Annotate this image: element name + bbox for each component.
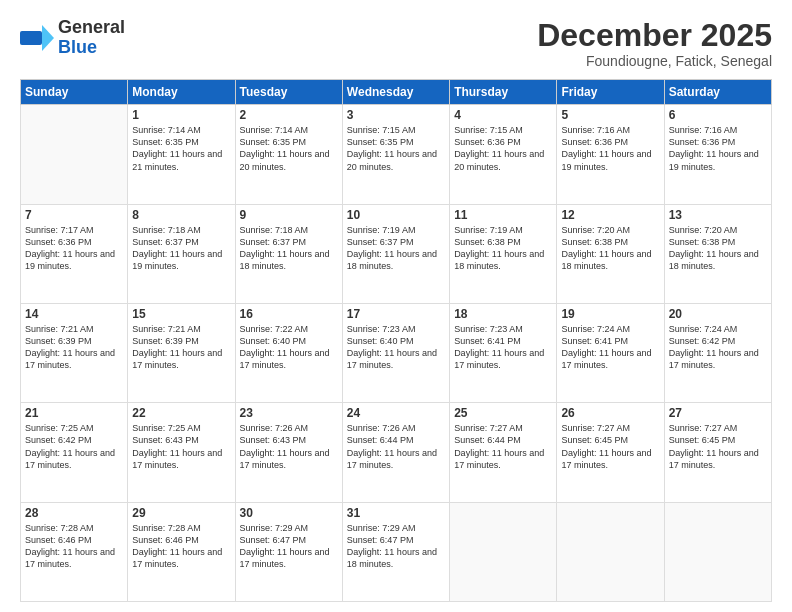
calendar-cell xyxy=(450,502,557,601)
calendar-table: Sunday Monday Tuesday Wednesday Thursday… xyxy=(20,79,772,602)
day-number: 27 xyxy=(669,406,767,420)
week-row-3: 21Sunrise: 7:25 AM Sunset: 6:42 PM Dayli… xyxy=(21,403,772,502)
day-info: Sunrise: 7:24 AM Sunset: 6:41 PM Dayligh… xyxy=(561,323,659,372)
day-number: 11 xyxy=(454,208,552,222)
day-info: Sunrise: 7:29 AM Sunset: 6:47 PM Dayligh… xyxy=(347,522,445,571)
col-monday: Monday xyxy=(128,80,235,105)
calendar-cell xyxy=(557,502,664,601)
calendar-cell: 4Sunrise: 7:15 AM Sunset: 6:36 PM Daylig… xyxy=(450,105,557,204)
day-info: Sunrise: 7:27 AM Sunset: 6:44 PM Dayligh… xyxy=(454,422,552,471)
day-number: 5 xyxy=(561,108,659,122)
day-info: Sunrise: 7:17 AM Sunset: 6:36 PM Dayligh… xyxy=(25,224,123,273)
day-info: Sunrise: 7:19 AM Sunset: 6:38 PM Dayligh… xyxy=(454,224,552,273)
week-row-0: 1Sunrise: 7:14 AM Sunset: 6:35 PM Daylig… xyxy=(21,105,772,204)
day-number: 18 xyxy=(454,307,552,321)
calendar-cell: 21Sunrise: 7:25 AM Sunset: 6:42 PM Dayli… xyxy=(21,403,128,502)
calendar-cell: 30Sunrise: 7:29 AM Sunset: 6:47 PM Dayli… xyxy=(235,502,342,601)
day-number: 26 xyxy=(561,406,659,420)
calendar-header-row: Sunday Monday Tuesday Wednesday Thursday… xyxy=(21,80,772,105)
calendar-cell: 11Sunrise: 7:19 AM Sunset: 6:38 PM Dayli… xyxy=(450,204,557,303)
day-info: Sunrise: 7:15 AM Sunset: 6:36 PM Dayligh… xyxy=(454,124,552,173)
day-number: 15 xyxy=(132,307,230,321)
day-info: Sunrise: 7:14 AM Sunset: 6:35 PM Dayligh… xyxy=(240,124,338,173)
svg-rect-0 xyxy=(20,31,42,45)
day-number: 13 xyxy=(669,208,767,222)
calendar-cell: 12Sunrise: 7:20 AM Sunset: 6:38 PM Dayli… xyxy=(557,204,664,303)
col-thursday: Thursday xyxy=(450,80,557,105)
week-row-4: 28Sunrise: 7:28 AM Sunset: 6:46 PM Dayli… xyxy=(21,502,772,601)
calendar-cell: 9Sunrise: 7:18 AM Sunset: 6:37 PM Daylig… xyxy=(235,204,342,303)
day-number: 7 xyxy=(25,208,123,222)
day-number: 23 xyxy=(240,406,338,420)
day-number: 24 xyxy=(347,406,445,420)
calendar-cell: 23Sunrise: 7:26 AM Sunset: 6:43 PM Dayli… xyxy=(235,403,342,502)
day-number: 31 xyxy=(347,506,445,520)
col-wednesday: Wednesday xyxy=(342,80,449,105)
location: Foundiougne, Fatick, Senegal xyxy=(537,53,772,69)
day-info: Sunrise: 7:19 AM Sunset: 6:37 PM Dayligh… xyxy=(347,224,445,273)
day-number: 17 xyxy=(347,307,445,321)
day-number: 12 xyxy=(561,208,659,222)
day-info: Sunrise: 7:15 AM Sunset: 6:35 PM Dayligh… xyxy=(347,124,445,173)
calendar-cell: 31Sunrise: 7:29 AM Sunset: 6:47 PM Dayli… xyxy=(342,502,449,601)
day-info: Sunrise: 7:25 AM Sunset: 6:43 PM Dayligh… xyxy=(132,422,230,471)
day-number: 30 xyxy=(240,506,338,520)
day-number: 6 xyxy=(669,108,767,122)
calendar-cell: 24Sunrise: 7:26 AM Sunset: 6:44 PM Dayli… xyxy=(342,403,449,502)
calendar-cell: 5Sunrise: 7:16 AM Sunset: 6:36 PM Daylig… xyxy=(557,105,664,204)
day-info: Sunrise: 7:29 AM Sunset: 6:47 PM Dayligh… xyxy=(240,522,338,571)
day-info: Sunrise: 7:21 AM Sunset: 6:39 PM Dayligh… xyxy=(132,323,230,372)
day-number: 1 xyxy=(132,108,230,122)
day-info: Sunrise: 7:27 AM Sunset: 6:45 PM Dayligh… xyxy=(561,422,659,471)
day-number: 25 xyxy=(454,406,552,420)
day-info: Sunrise: 7:16 AM Sunset: 6:36 PM Dayligh… xyxy=(561,124,659,173)
day-info: Sunrise: 7:18 AM Sunset: 6:37 PM Dayligh… xyxy=(240,224,338,273)
col-saturday: Saturday xyxy=(664,80,771,105)
day-number: 3 xyxy=(347,108,445,122)
header: General Blue December 2025 Foundiougne, … xyxy=(20,18,772,69)
logo: General Blue xyxy=(20,18,125,58)
day-number: 22 xyxy=(132,406,230,420)
day-number: 28 xyxy=(25,506,123,520)
day-info: Sunrise: 7:23 AM Sunset: 6:40 PM Dayligh… xyxy=(347,323,445,372)
week-row-2: 14Sunrise: 7:21 AM Sunset: 6:39 PM Dayli… xyxy=(21,303,772,402)
calendar-cell: 28Sunrise: 7:28 AM Sunset: 6:46 PM Dayli… xyxy=(21,502,128,601)
day-info: Sunrise: 7:14 AM Sunset: 6:35 PM Dayligh… xyxy=(132,124,230,173)
day-number: 10 xyxy=(347,208,445,222)
day-info: Sunrise: 7:21 AM Sunset: 6:39 PM Dayligh… xyxy=(25,323,123,372)
calendar-cell: 29Sunrise: 7:28 AM Sunset: 6:46 PM Dayli… xyxy=(128,502,235,601)
calendar-cell xyxy=(664,502,771,601)
calendar-cell: 20Sunrise: 7:24 AM Sunset: 6:42 PM Dayli… xyxy=(664,303,771,402)
day-info: Sunrise: 7:24 AM Sunset: 6:42 PM Dayligh… xyxy=(669,323,767,372)
calendar-cell: 3Sunrise: 7:15 AM Sunset: 6:35 PM Daylig… xyxy=(342,105,449,204)
day-info: Sunrise: 7:27 AM Sunset: 6:45 PM Dayligh… xyxy=(669,422,767,471)
calendar-cell: 17Sunrise: 7:23 AM Sunset: 6:40 PM Dayli… xyxy=(342,303,449,402)
day-number: 4 xyxy=(454,108,552,122)
day-info: Sunrise: 7:20 AM Sunset: 6:38 PM Dayligh… xyxy=(669,224,767,273)
logo-text-general: General xyxy=(58,18,125,38)
calendar-cell: 6Sunrise: 7:16 AM Sunset: 6:36 PM Daylig… xyxy=(664,105,771,204)
calendar-cell: 16Sunrise: 7:22 AM Sunset: 6:40 PM Dayli… xyxy=(235,303,342,402)
month-title: December 2025 xyxy=(537,18,772,53)
calendar-cell: 7Sunrise: 7:17 AM Sunset: 6:36 PM Daylig… xyxy=(21,204,128,303)
calendar-cell: 25Sunrise: 7:27 AM Sunset: 6:44 PM Dayli… xyxy=(450,403,557,502)
svg-marker-1 xyxy=(42,25,54,51)
calendar-cell: 26Sunrise: 7:27 AM Sunset: 6:45 PM Dayli… xyxy=(557,403,664,502)
calendar-cell xyxy=(21,105,128,204)
day-info: Sunrise: 7:28 AM Sunset: 6:46 PM Dayligh… xyxy=(25,522,123,571)
day-number: 20 xyxy=(669,307,767,321)
logo-text-blue: Blue xyxy=(58,38,125,58)
day-info: Sunrise: 7:18 AM Sunset: 6:37 PM Dayligh… xyxy=(132,224,230,273)
page: General Blue December 2025 Foundiougne, … xyxy=(0,0,792,612)
day-info: Sunrise: 7:26 AM Sunset: 6:43 PM Dayligh… xyxy=(240,422,338,471)
week-row-1: 7Sunrise: 7:17 AM Sunset: 6:36 PM Daylig… xyxy=(21,204,772,303)
day-info: Sunrise: 7:20 AM Sunset: 6:38 PM Dayligh… xyxy=(561,224,659,273)
calendar-cell: 10Sunrise: 7:19 AM Sunset: 6:37 PM Dayli… xyxy=(342,204,449,303)
title-area: December 2025 Foundiougne, Fatick, Seneg… xyxy=(537,18,772,69)
day-number: 19 xyxy=(561,307,659,321)
calendar-cell: 15Sunrise: 7:21 AM Sunset: 6:39 PM Dayli… xyxy=(128,303,235,402)
day-info: Sunrise: 7:16 AM Sunset: 6:36 PM Dayligh… xyxy=(669,124,767,173)
day-number: 21 xyxy=(25,406,123,420)
day-number: 29 xyxy=(132,506,230,520)
calendar-cell: 13Sunrise: 7:20 AM Sunset: 6:38 PM Dayli… xyxy=(664,204,771,303)
